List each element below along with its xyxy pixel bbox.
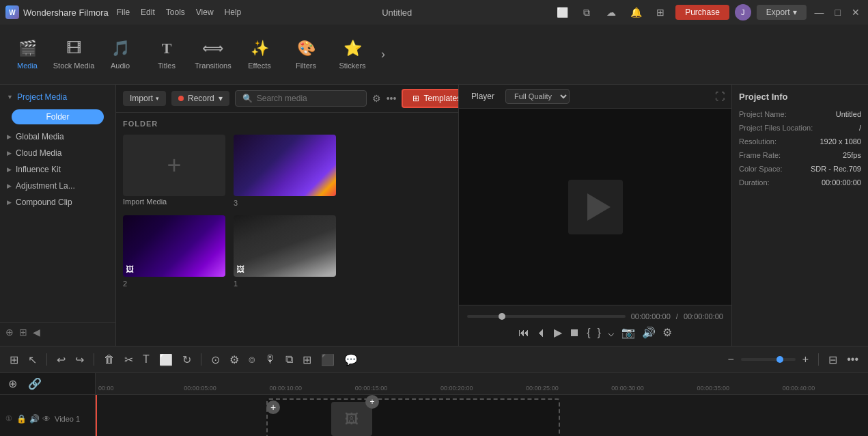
cut-button[interactable]: ✂ bbox=[122, 353, 136, 366]
more-button[interactable]: ••• bbox=[844, 353, 861, 366]
track-area: + 🖼 + bbox=[96, 395, 868, 436]
zoom-in-button[interactable]: + bbox=[800, 353, 811, 366]
menu-help[interactable]: Help bbox=[225, 8, 242, 17]
play-button[interactable]: ▶ bbox=[554, 326, 562, 339]
sidebar-item-cloud-media[interactable]: ▶ Cloud Media bbox=[0, 145, 115, 161]
toolbar-item-titles[interactable]: T Titles bbox=[145, 27, 188, 82]
bell-icon[interactable]: 🔔 bbox=[626, 5, 645, 19]
purchase-button[interactable]: Purchase bbox=[675, 5, 729, 20]
media-thumb-3[interactable]: 🖼 bbox=[234, 215, 336, 277]
skip-to-start-button[interactable]: ⏮ bbox=[518, 327, 529, 339]
audio-meter-button[interactable]: 🔊 bbox=[642, 326, 656, 339]
text-tool[interactable]: T bbox=[140, 353, 152, 366]
add-folder-icon[interactable]: ⊕ bbox=[5, 327, 14, 338]
mark-out-button[interactable]: } bbox=[598, 327, 601, 339]
speed-button[interactable]: ⚙ bbox=[227, 353, 242, 366]
overlay-button[interactable]: ⬛ bbox=[318, 353, 337, 366]
timeline-track-labels-header: ⊕ 🔗 bbox=[0, 373, 96, 394]
media-thumb-1[interactable] bbox=[234, 135, 336, 196]
ripple-edit-button[interactable]: ⊙ bbox=[208, 353, 223, 366]
titles-icon: T bbox=[162, 40, 172, 57]
search-box[interactable]: 🔍 bbox=[235, 90, 367, 107]
cursor-tool[interactable]: ↖ bbox=[25, 353, 40, 366]
crop-button[interactable]: ⬜ bbox=[156, 353, 176, 366]
split-clip-button[interactable]: ⧉ bbox=[283, 353, 296, 366]
more-options-icon[interactable]: ••• bbox=[387, 93, 397, 104]
search-input[interactable] bbox=[257, 94, 359, 103]
add-media-button[interactable]: + bbox=[266, 400, 280, 414]
sidebar-item-cloud-label: Cloud Media bbox=[16, 148, 61, 158]
stop-button[interactable]: ⏹ bbox=[569, 327, 580, 339]
time-slider[interactable] bbox=[467, 315, 626, 318]
list-item: 3 bbox=[234, 135, 336, 207]
screen-icon[interactable]: ⬜ bbox=[552, 5, 572, 19]
templates-button[interactable]: ⊞ Templates bbox=[402, 89, 458, 108]
folder-button[interactable]: Folder bbox=[12, 109, 104, 124]
menu-tools[interactable]: Tools bbox=[166, 8, 185, 17]
sidebar-item-compound-clip[interactable]: ▶ Compound Clip bbox=[0, 194, 115, 210]
settings-button[interactable]: ⚙ bbox=[662, 326, 672, 339]
grid-icon[interactable]: ⊞ bbox=[651, 5, 670, 19]
multicam-button[interactable]: ⊞ bbox=[300, 353, 314, 366]
import-media-thumb[interactable]: + bbox=[123, 135, 225, 196]
track-audio-icon[interactable]: 🔊 bbox=[29, 414, 40, 424]
snapshot-button[interactable]: 📷 bbox=[621, 326, 635, 339]
quality-select[interactable]: Full Quality bbox=[505, 89, 570, 104]
split-icon[interactable]: ⧉ bbox=[577, 5, 596, 19]
toolbar-item-stickers[interactable]: ⭐ Stickers bbox=[331, 27, 374, 82]
redo-button[interactable]: ↪ bbox=[72, 353, 87, 366]
filter-icon[interactable]: ⚙ bbox=[372, 93, 381, 104]
menu-file[interactable]: File bbox=[117, 8, 130, 17]
zoom-out-button[interactable]: − bbox=[725, 353, 737, 366]
toolbar-item-filters[interactable]: 🎨 Filters bbox=[284, 27, 328, 82]
split-button[interactable]: ⌵ bbox=[608, 326, 615, 339]
import-button[interactable]: Import ▾ bbox=[123, 91, 166, 106]
tab-player[interactable]: Player bbox=[466, 89, 500, 104]
toolbar-item-media[interactable]: 🎬 Media bbox=[5, 27, 49, 82]
zoom-slider[interactable] bbox=[741, 358, 796, 361]
window-controls: — □ ✕ bbox=[812, 7, 863, 18]
toolbar-item-stock-media[interactable]: 🎞 Stock Media bbox=[52, 27, 96, 82]
sidebar-item-global-media[interactable]: ▶ Global Media bbox=[0, 128, 115, 145]
media-panel: Import ▾ Record ▾ 🔍 ⚙ ••• ⊞ Templates FO… bbox=[116, 85, 458, 346]
menu-edit[interactable]: Edit bbox=[141, 8, 155, 17]
track-lock-icon[interactable]: 🔒 bbox=[16, 414, 27, 424]
toolbar-item-transitions[interactable]: ⟺ Transitions bbox=[191, 27, 235, 82]
grid-view-button[interactable]: ⊞ bbox=[7, 353, 21, 366]
mic-button[interactable]: 🎙 bbox=[262, 353, 279, 366]
sidebar-item-influence-kit[interactable]: ▶ Influence Kit bbox=[0, 161, 115, 178]
export-button[interactable]: Export ▾ bbox=[757, 5, 807, 20]
undo-button[interactable]: ↩ bbox=[54, 353, 68, 366]
track-eye-icon[interactable]: 👁 bbox=[42, 414, 51, 424]
record-button[interactable]: Record ▾ bbox=[171, 91, 229, 106]
toolbar-item-effects[interactable]: ✨ Effects bbox=[238, 27, 281, 82]
folder-view-icon[interactable]: ⊞ bbox=[19, 327, 27, 338]
step-back-button[interactable]: ⏴ bbox=[536, 327, 547, 339]
close-button[interactable]: ✕ bbox=[849, 7, 863, 18]
sidebar-item-project-media[interactable]: ▼ Project Media bbox=[0, 89, 115, 105]
list-item: 🖼 1 bbox=[234, 215, 336, 288]
toolbar-item-audio[interactable]: 🎵 Audio bbox=[98, 27, 142, 82]
layout-button[interactable]: ⊟ bbox=[826, 353, 840, 366]
mark-in-button[interactable]: { bbox=[587, 327, 590, 339]
sidebar-item-adjustment[interactable]: ▶ Adjustment La... bbox=[0, 178, 115, 194]
audio-icon: 🎵 bbox=[111, 40, 130, 57]
video-track-label: Video 1 bbox=[55, 415, 80, 423]
toolbar-more-button[interactable]: › bbox=[377, 47, 389, 62]
media-count-3: 1 bbox=[234, 280, 336, 288]
cloud-icon[interactable]: ☁ bbox=[602, 5, 621, 19]
delete-button[interactable]: 🗑 bbox=[101, 353, 117, 366]
link-icon[interactable]: 🔗 bbox=[25, 377, 44, 390]
maximize-button[interactable]: □ bbox=[832, 7, 843, 18]
add-track-icon[interactable]: ⊕ bbox=[5, 377, 20, 390]
minimize-button[interactable]: — bbox=[812, 7, 827, 18]
media-thumb-2[interactable]: 🖼 bbox=[123, 215, 225, 277]
sidebar-collapse-icon[interactable]: ◀ bbox=[33, 327, 40, 338]
subtitle-button[interactable]: 💬 bbox=[341, 353, 361, 366]
user-avatar[interactable]: J bbox=[735, 4, 751, 21]
rotate-button[interactable]: ↻ bbox=[180, 353, 194, 366]
audio-detach-button[interactable]: ⌾ bbox=[246, 353, 258, 366]
menu-view[interactable]: View bbox=[196, 8, 214, 17]
fullscreen-icon[interactable]: ⛶ bbox=[715, 91, 725, 102]
time-current: 00:00:00:00 bbox=[631, 312, 671, 321]
